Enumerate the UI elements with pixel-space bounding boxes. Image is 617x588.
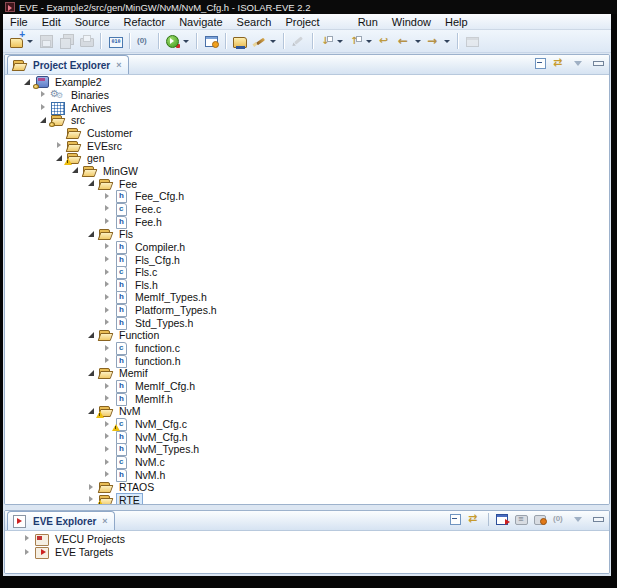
collapsed-twistie-icon[interactable] [87, 483, 97, 492]
prev-annotation-button[interactable] [347, 32, 374, 51]
eve-orange-button[interactable] [533, 512, 550, 527]
collapsed-twistie-icon[interactable] [55, 141, 65, 150]
expanded-twistie-icon[interactable] [87, 179, 97, 188]
tree-item-MemIf_Types.h[interactable]: MemIf_Types.h [5, 291, 609, 304]
tree-item-Fee.h[interactable]: Fee.h [5, 215, 609, 228]
link-with-editor-button[interactable] [467, 512, 484, 527]
tree-item-Compiler.h[interactable]: Compiler.h [5, 241, 609, 254]
forward-button[interactable] [425, 32, 452, 51]
expanded-twistie-icon[interactable] [87, 230, 97, 239]
eve-counter-button[interactable] [552, 512, 569, 527]
collapsed-twistie-icon[interactable] [23, 534, 33, 543]
tab-eve-explorer[interactable]: EVE Explorer × [7, 511, 115, 530]
tree-item-Customer[interactable]: Customer [5, 127, 609, 140]
link-with-editor-button[interactable] [552, 56, 569, 71]
expanded-twistie-icon[interactable] [71, 166, 81, 175]
menu-search[interactable]: Search [230, 16, 279, 28]
menu-source[interactable]: Source [68, 16, 117, 28]
print-button[interactable] [77, 32, 95, 51]
tree-item-NvM_Cfg.c[interactable]: NvM_Cfg.c [5, 418, 609, 431]
dropdown-caret-icon[interactable] [415, 40, 421, 43]
pencil-button[interactable] [289, 32, 307, 51]
tree-item-MemIf.h[interactable]: MemIf.h [5, 392, 609, 405]
tab-project-explorer[interactable]: Project Explorer × [7, 55, 129, 74]
trace-window-button[interactable] [202, 32, 220, 51]
restore-button[interactable] [463, 32, 481, 51]
expanded-twistie-icon[interactable] [87, 331, 97, 340]
tree-item-NvM.c[interactable]: NvM.c [5, 456, 609, 469]
tree-item-Fls.c[interactable]: Fls.c [5, 266, 609, 279]
minimize-button[interactable] [590, 56, 607, 71]
collapsed-twistie-icon[interactable] [103, 255, 113, 264]
tree-item-Memif[interactable]: Memif [5, 367, 609, 380]
tree-item-Fee_Cfg.h[interactable]: Fee_Cfg.h [5, 190, 609, 203]
close-icon[interactable]: × [116, 60, 121, 70]
binary-010-button[interactable] [106, 32, 124, 51]
expanded-twistie-icon[interactable] [23, 78, 33, 87]
menu-help[interactable]: Help [438, 16, 475, 28]
dropdown-caret-icon[interactable] [337, 40, 343, 43]
collapsed-twistie-icon[interactable] [103, 293, 113, 302]
tree-item-Fls[interactable]: Fls [5, 228, 609, 241]
tree-item-Fls.h[interactable]: Fls.h [5, 279, 609, 292]
tree-item-EVE Targets[interactable]: EVE Targets [5, 546, 609, 560]
tree-item-function.h[interactable]: function.h [5, 354, 609, 367]
menu-refactor[interactable]: Refactor [117, 16, 173, 28]
collapsed-twistie-icon[interactable] [103, 217, 113, 226]
view-menu-button[interactable] [571, 56, 588, 71]
tree-item-Archives[interactable]: Archives [5, 101, 609, 114]
menu-window[interactable]: Window [385, 16, 438, 28]
tree-item-MinGW[interactable]: MinGW [5, 165, 609, 178]
collapsed-twistie-icon[interactable] [103, 458, 113, 467]
tree-item-Binaries[interactable]: Binaries [5, 89, 609, 102]
binary-paren-button[interactable] [135, 32, 153, 51]
tree-item-RTE[interactable]: RTE [5, 494, 609, 504]
expanded-twistie-icon[interactable] [39, 116, 49, 125]
dropdown-caret-icon[interactable] [270, 40, 276, 43]
dropdown-caret-icon[interactable] [366, 40, 372, 43]
collapsed-twistie-icon[interactable] [103, 268, 113, 277]
tree-item-src[interactable]: src [5, 114, 609, 127]
tree-item-Example2[interactable]: Example2 [5, 76, 609, 89]
tree-item-gen[interactable]: gen [5, 152, 609, 165]
collapsed-twistie-icon[interactable] [103, 356, 113, 365]
tree-item-Fee[interactable]: Fee [5, 177, 609, 190]
collapsed-twistie-icon[interactable] [103, 445, 113, 454]
tree-item-NvM_Types.h[interactable]: NvM_Types.h [5, 443, 609, 456]
collapse-all-button[interactable] [533, 56, 550, 71]
save-button[interactable] [37, 32, 55, 51]
tree-item-Platform_Types.h[interactable]: Platform_Types.h [5, 304, 609, 317]
tree-item-Fee.c[interactable]: Fee.c [5, 203, 609, 216]
dropdown-caret-icon[interactable] [183, 40, 189, 43]
collapsed-twistie-icon[interactable] [103, 280, 113, 289]
close-icon[interactable]: × [102, 516, 107, 526]
run-button[interactable] [164, 32, 191, 51]
tree-item-NvM[interactable]: NvM [5, 405, 609, 418]
collapsed-twistie-icon[interactable] [103, 344, 113, 353]
collapsed-twistie-icon[interactable] [39, 103, 49, 112]
brush-button[interactable] [251, 32, 278, 51]
last-edit-button[interactable] [376, 32, 394, 51]
collapsed-twistie-icon[interactable] [103, 306, 113, 315]
eve-gray-button[interactable] [514, 512, 531, 527]
collapsed-twistie-icon[interactable] [103, 242, 113, 251]
vecu-board-button[interactable] [495, 512, 512, 527]
new-button[interactable] [8, 32, 35, 51]
collapsed-twistie-icon[interactable] [23, 548, 33, 557]
tree-item-function.c[interactable]: function.c [5, 342, 609, 355]
tree-item-MemIf_Cfg.h[interactable]: MemIf_Cfg.h [5, 380, 609, 393]
tree-item-Fls_Cfg.h[interactable]: Fls_Cfg.h [5, 253, 609, 266]
tree-item-Function[interactable]: Function [5, 329, 609, 342]
collapsed-twistie-icon[interactable] [103, 432, 113, 441]
collapsed-twistie-icon[interactable] [39, 90, 49, 99]
next-annotation-button[interactable] [318, 32, 345, 51]
menu-project[interactable]: Project [278, 16, 326, 28]
menu-edit[interactable]: Edit [35, 16, 68, 28]
save-all-button[interactable] [57, 32, 75, 51]
tree-item-Std_Types.h[interactable]: Std_Types.h [5, 316, 609, 329]
open-folder-button[interactable] [231, 32, 249, 51]
collapsed-twistie-icon[interactable] [103, 318, 113, 327]
collapsed-twistie-icon[interactable] [103, 382, 113, 391]
dropdown-caret-icon[interactable] [444, 40, 450, 43]
menu-navigate[interactable]: Navigate [172, 16, 229, 28]
